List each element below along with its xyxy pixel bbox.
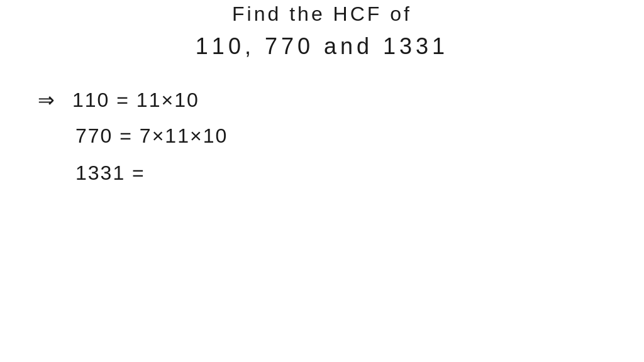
title-text: Find the HCF of bbox=[232, 3, 412, 25]
main-content: Find the HCF of 110, 770 and 1331 ⇒ 110 … bbox=[0, 0, 644, 362]
equation-110: 110 = 11×10 bbox=[72, 85, 199, 115]
numbers-text: 110, 770 and 1331 bbox=[196, 33, 448, 59]
equation-770: 770 = 7×11×10 bbox=[75, 120, 228, 152]
title-line: Find the HCF of bbox=[25, 3, 644, 26]
equation-1331: 1331 = bbox=[75, 157, 228, 189]
implies-symbol: ⇒ bbox=[38, 88, 55, 112]
numbers-line: 110, 770 and 1331 bbox=[25, 33, 644, 60]
equation-row-1: ⇒ 110 = 11×10 bbox=[38, 85, 228, 115]
workings-section: ⇒ 110 = 11×10 770 = 7×11×10 1331 = bbox=[38, 85, 228, 189]
